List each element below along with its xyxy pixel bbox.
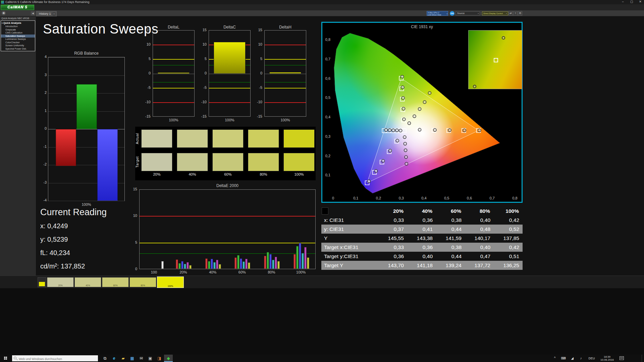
reference-line xyxy=(265,82,306,82)
start-button[interactable] xyxy=(0,355,11,362)
patch-tile-60[interactable]: 60% xyxy=(102,277,129,287)
y-tick-label: 0 xyxy=(197,71,207,75)
chart-title: DeltaE 2000 xyxy=(139,183,316,188)
x-axis-label: 100% xyxy=(209,118,251,122)
deltae-bar xyxy=(184,264,186,269)
swatch-column-label: 40% xyxy=(177,172,208,176)
mail-icon[interactable]: ✉ xyxy=(137,355,146,362)
swatch-column-label: 20% xyxy=(141,172,172,176)
y-tick-label: 15 xyxy=(253,28,262,32)
rgb-bar-red xyxy=(56,129,76,166)
settings-button[interactable]: ⚙ xyxy=(518,11,522,16)
help-button[interactable]: ? xyxy=(513,11,518,16)
minimize-button[interactable]: – xyxy=(621,0,625,3)
app-icon[interactable]: ◨ xyxy=(155,355,164,362)
source-label: Source xyxy=(457,12,465,14)
swatch-column-label: 80% xyxy=(248,172,279,176)
close-button[interactable]: ✕ xyxy=(638,0,643,3)
display-control-dropdown[interactable]: Direct Display Control▾ xyxy=(482,11,508,15)
sidebar-item-screen-uniformity[interactable]: Screen Uniformity xyxy=(1,44,35,47)
target-swatch-80% xyxy=(248,153,279,171)
keyboard-icon[interactable]: ⌨ xyxy=(559,355,568,362)
table-cell: 141,18 xyxy=(407,262,436,268)
workflow-menu-icon[interactable]: ◉ xyxy=(2,11,6,15)
sync-button[interactable]: ⇄ xyxy=(508,11,513,16)
inset-target-marker xyxy=(494,58,498,62)
notification-center-icon[interactable] xyxy=(620,356,624,360)
y-tick-label: -3 xyxy=(38,180,47,184)
table-cell: 0,38 xyxy=(436,244,465,250)
target-swatch-20% xyxy=(141,153,172,171)
store-icon[interactable]: ▦ xyxy=(128,355,137,362)
chart-title: CIE 1931 xy xyxy=(322,24,522,29)
reference-line xyxy=(140,216,315,217)
meter-select-button[interactable]: X-Rite i1Pro 2 LCD Direct View ▾ xyxy=(427,11,448,16)
sidebar-item-colorchecker[interactable]: ColorChecker xyxy=(1,41,35,44)
table-cell: 141,59 xyxy=(436,235,465,241)
sidebar-item-luminance-sweeps[interactable]: Luminance Sweeps xyxy=(1,38,35,41)
patch-tile-20[interactable]: 20% xyxy=(47,277,74,287)
x-tick-label: 100 xyxy=(144,270,164,274)
table-row-label: Target y:CIE31 xyxy=(321,253,378,259)
tree-root[interactable]: ▾Quick Analysis xyxy=(1,21,35,25)
table-cell: 0,51 xyxy=(494,253,523,259)
sidebar-item-cms-calibration[interactable]: CMS Calibration xyxy=(1,31,35,35)
deltae-bar xyxy=(267,252,269,269)
table-column-header: 40% xyxy=(407,208,436,214)
reference-line xyxy=(209,88,250,88)
gridline xyxy=(48,57,124,58)
new-tab-button[interactable]: + xyxy=(52,12,56,16)
x-tick-label: 0,4 xyxy=(421,196,426,200)
table-cell: 0,42 xyxy=(494,217,523,223)
table-cell: 0,36 xyxy=(407,244,436,250)
patch-tile-40[interactable]: 40% xyxy=(74,277,101,287)
patch-tile-100[interactable]: 100% xyxy=(157,277,184,288)
sidebar-item-saturation-sweeps[interactable]: Saturation Sweeps xyxy=(1,35,35,38)
deltae-bar xyxy=(293,254,296,269)
file-explorer-icon[interactable]: ▰ xyxy=(119,355,127,362)
reference-line xyxy=(140,253,315,254)
maximize-button[interactable]: ▢ xyxy=(629,0,634,3)
show-desktop-button[interactable] xyxy=(642,355,644,362)
x-tick-label: 60% xyxy=(232,270,252,274)
x-tick-label: 80% xyxy=(262,270,282,274)
row-label-target: Target xyxy=(136,153,140,171)
sidebar-item-spectral-power-dist[interactable]: Spectral Power Dist. xyxy=(1,47,35,51)
patch-tile-80[interactable]: 80% xyxy=(129,277,156,287)
deltae-bar xyxy=(248,262,250,269)
current-patch-tile[interactable] xyxy=(38,277,46,287)
language-indicator[interactable]: DEU xyxy=(587,355,597,362)
sidebar-item-introduction[interactable]: Introduction xyxy=(1,25,35,28)
taskbar-clock[interactable]: 18:39 10.06.2016 xyxy=(597,355,617,361)
volume-icon[interactable]: ♪ xyxy=(577,355,585,362)
cie-measured-marker xyxy=(402,118,406,121)
network-icon[interactable]: ◢ xyxy=(568,355,576,362)
cie-measured-marker xyxy=(388,129,391,132)
calman-app-icon[interactable]: ◆ xyxy=(164,355,173,362)
delta-bar xyxy=(269,72,301,74)
edge-browser-icon[interactable]: e xyxy=(110,355,118,362)
deltae-bar xyxy=(264,256,266,269)
y-tick-label: 4 xyxy=(38,55,47,59)
reference-line xyxy=(153,102,194,103)
table-cell: 137,85 xyxy=(494,235,523,241)
source-dropdown[interactable]: Source▾ xyxy=(456,11,480,15)
rgb-bar-blue xyxy=(97,129,118,201)
sidebar-item-grayscale[interactable]: Grayscale xyxy=(1,28,35,32)
chevron-down-icon: ▾ xyxy=(478,12,479,15)
tray-expand-icon[interactable]: ^ xyxy=(551,355,559,362)
task-view-icon[interactable]: ⧉ xyxy=(101,355,109,362)
y-tick-label: -15 xyxy=(253,114,262,118)
y-tick-label: 10 xyxy=(253,42,262,46)
x-tick-label: 0,1 xyxy=(353,196,358,200)
y-tick-label: -4 xyxy=(38,198,47,202)
actual-swatch-20% xyxy=(141,129,172,148)
taskbar-search[interactable] xyxy=(12,355,98,361)
app-icon[interactable]: ▣ xyxy=(146,355,155,362)
collapse-sidebar-button[interactable]: ◀ xyxy=(31,11,35,15)
deltae-bar xyxy=(245,259,248,269)
y-tick-label: 2 xyxy=(38,90,47,95)
search-input[interactable] xyxy=(12,356,98,362)
delta-h-chart: DeltaH 100% 151050-5-10-15 xyxy=(253,25,308,125)
x-tick-label: 100% xyxy=(291,270,311,274)
